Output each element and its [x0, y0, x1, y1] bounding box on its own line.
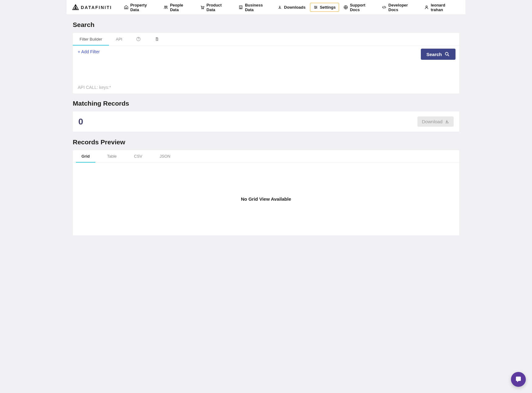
search-card: Filter Builder API + Add Filter Search A… — [73, 33, 459, 94]
app-header: DATAFINITI Property Data People Data Pro… — [67, 0, 465, 15]
search-title: Search — [73, 21, 459, 28]
search-button[interactable]: Search — [421, 49, 456, 60]
nav-people-data[interactable]: People Data — [160, 1, 195, 14]
svg-point-7 — [315, 8, 316, 9]
search-button-label: Search — [426, 52, 442, 57]
nav-user[interactable]: leonard trahan — [421, 1, 460, 14]
matching-title: Matching Records — [73, 100, 459, 107]
add-filter-button[interactable]: + Add Filter — [78, 49, 454, 54]
filter-body: + Add Filter Search API CALL: keys:* — [73, 46, 459, 94]
tab-table[interactable]: Table — [98, 150, 125, 162]
nav-product-data[interactable]: Product Data — [197, 1, 233, 14]
nav-label: Developer Docs — [388, 3, 417, 12]
tab-api[interactable]: API — [109, 33, 129, 45]
nav-label: Settings — [320, 5, 336, 10]
search-tabs: Filter Builder API — [73, 33, 459, 46]
nav-label: People Data — [170, 3, 192, 12]
no-grid-message: No Grid View Available — [241, 196, 291, 202]
document-icon[interactable] — [148, 33, 166, 45]
logo-icon — [72, 4, 79, 11]
support-icon — [343, 5, 348, 10]
nav-left: Property Data People Data Product Data B… — [121, 1, 275, 14]
nav-downloads[interactable]: Downloads — [274, 3, 308, 11]
svg-point-13 — [445, 52, 448, 55]
nav-label: Downloads — [284, 5, 305, 10]
download-button-label: Download — [422, 119, 443, 124]
code-icon — [382, 5, 386, 10]
tab-grid[interactable]: Grid — [73, 150, 98, 162]
tab-csv[interactable]: CSV — [125, 150, 151, 162]
nav-settings[interactable]: Settings — [310, 3, 339, 12]
nav-label: Property Data — [130, 3, 155, 12]
preview-title: Records Preview — [73, 138, 459, 146]
nav-label: Business Data — [245, 3, 271, 12]
svg-point-6 — [316, 7, 317, 8]
user-icon — [424, 5, 429, 10]
nav-support-docs[interactable]: Support Docs — [340, 1, 377, 14]
svg-point-0 — [164, 6, 166, 7]
main-content: Search Filter Builder API + Add Filter S… — [67, 15, 465, 248]
people-icon — [164, 5, 168, 10]
settings-icon — [313, 5, 318, 10]
svg-point-9 — [345, 7, 347, 8]
svg-point-12 — [138, 40, 138, 40]
nav-property-data[interactable]: Property Data — [121, 1, 159, 14]
nav-developer-docs[interactable]: Developer Docs — [379, 1, 420, 14]
home-icon — [124, 5, 129, 10]
tab-filter-builder[interactable]: Filter Builder — [73, 33, 109, 45]
nav-right: Downloads Settings Support Docs Develope… — [274, 1, 460, 14]
svg-point-10 — [426, 6, 427, 7]
logo[interactable]: DATAFINITI — [72, 4, 112, 11]
svg-point-3 — [203, 8, 203, 9]
tab-json[interactable]: JSON — [151, 150, 179, 162]
nav-label: Product Data — [207, 3, 230, 12]
preview-card: Grid Table CSV JSON No Grid View Availab… — [73, 150, 459, 235]
nav-label: Support Docs — [350, 3, 374, 12]
svg-rect-4 — [239, 6, 242, 9]
matching-card: 0 Download — [73, 111, 459, 132]
logo-text: DATAFINITI — [81, 5, 112, 10]
nav-business-data[interactable]: Business Data — [235, 1, 274, 14]
api-call-text: API CALL: keys:* — [78, 85, 454, 90]
download-icon — [277, 5, 282, 10]
building-icon — [238, 5, 243, 10]
preview-body: No Grid View Available — [73, 163, 459, 235]
download-icon — [444, 119, 449, 124]
svg-point-1 — [166, 6, 167, 7]
download-button[interactable]: Download — [417, 116, 454, 127]
svg-point-5 — [314, 6, 315, 7]
record-count: 0 — [78, 117, 83, 127]
search-icon — [444, 51, 450, 57]
help-icon[interactable] — [129, 33, 148, 45]
cart-icon — [200, 5, 205, 10]
nav-label: leonard trahan — [431, 3, 457, 12]
preview-tabs: Grid Table CSV JSON — [73, 150, 459, 163]
svg-point-2 — [202, 8, 202, 9]
